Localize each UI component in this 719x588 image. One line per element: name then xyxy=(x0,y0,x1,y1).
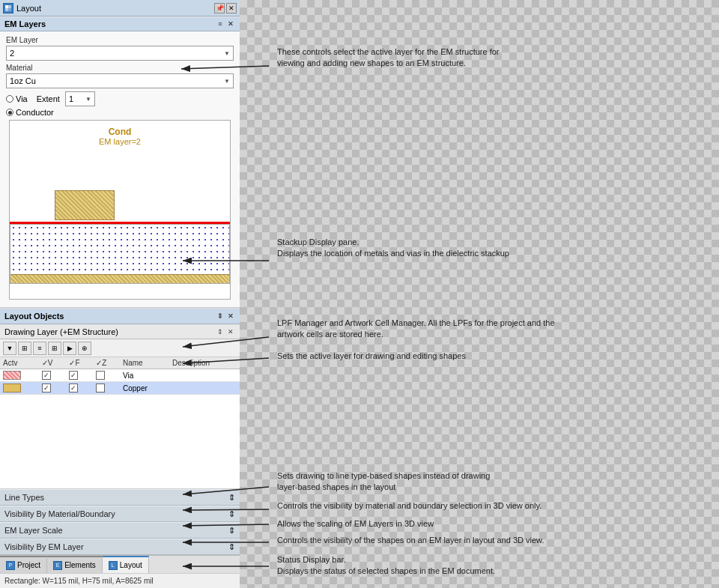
line-types-arrow: ⇕ xyxy=(228,493,235,503)
checkbox-f[interactable] xyxy=(69,384,78,392)
stackup-label: Cond xyxy=(10,121,230,137)
layout-objects-header: Layout Objects ⇕ ✕ xyxy=(0,308,240,324)
layer-swatch-via xyxy=(3,371,21,380)
table-row[interactable]: Via xyxy=(0,369,240,382)
tab-layout-label: Layout xyxy=(120,561,142,569)
drawing-layer-expand[interactable]: ⇕ xyxy=(216,327,225,336)
layout-tab-icon: L xyxy=(109,561,118,570)
left-panel: Layout 📌 ✕ EM Layers ≡ ✕ EM Layer 2 ▼ Ma… xyxy=(0,0,240,588)
col-name: Name xyxy=(120,357,169,369)
em-layers-close[interactable]: ✕ xyxy=(226,19,235,28)
title-bar: Layout 📌 ✕ xyxy=(0,0,240,16)
layer-name: Via xyxy=(120,369,169,382)
em-layers-title: EM Layers xyxy=(4,19,46,28)
material-label: Material xyxy=(6,64,234,72)
layout-objects-controls: ⇕ ✕ xyxy=(216,312,235,321)
em-layer-select[interactable]: 2 ▼ xyxy=(6,46,234,61)
checkbox-f[interactable] xyxy=(69,371,78,380)
pin-button[interactable]: 📌 xyxy=(214,3,225,13)
table-row[interactable]: Copper xyxy=(0,382,240,395)
radio-row: Via Extent 1 ▼ xyxy=(6,91,234,106)
status-bar: Rectangle: W=115 mil, H=75 mil, A=8625 m… xyxy=(0,573,240,588)
layer-description xyxy=(169,369,240,382)
merge-btn[interactable]: ⊞ xyxy=(48,342,61,355)
more-btn[interactable]: ⊕ xyxy=(78,342,91,355)
col-actv: Actv xyxy=(0,357,39,369)
em-layers-collapse[interactable]: ≡ xyxy=(216,19,225,28)
conductor-row: Conductor xyxy=(6,108,234,117)
layer-table-container: Actv ✓V ✓F ✓Z Name Description ViaCopper xyxy=(0,357,240,489)
conductor-radio-circle xyxy=(6,109,13,116)
line-types-label: Line Types xyxy=(4,493,44,502)
svg-rect-2 xyxy=(5,8,8,11)
extent-label: Extent xyxy=(37,94,60,103)
material-row: 1oz Cu ▼ xyxy=(6,73,234,88)
material-select[interactable]: 1oz Cu ▼ xyxy=(6,73,234,88)
visibility-em-layer-label: Visibility By EM Layer xyxy=(4,542,84,551)
drawing-layer-label: Drawing Layer (+EM Structure) xyxy=(4,327,118,336)
drawing-layer-bar: Drawing Layer (+EM Structure) ⇕ ✕ xyxy=(0,324,240,339)
col-z: ✓Z xyxy=(93,357,120,369)
checkbox-v[interactable] xyxy=(42,371,51,380)
background-pattern xyxy=(240,0,719,588)
material-arrow: ▼ xyxy=(224,78,230,85)
svg-rect-0 xyxy=(5,5,8,8)
right-btn[interactable]: ▶ xyxy=(63,342,76,355)
tab-project[interactable]: P Project xyxy=(0,556,47,573)
layout-objects-expand[interactable]: ⇕ xyxy=(216,312,225,321)
layer-swatch-copper xyxy=(3,384,21,392)
grid-btn[interactable]: ⊞ xyxy=(18,342,31,355)
title-bar-left: Layout xyxy=(3,3,41,13)
em-layer-label: EM Layer xyxy=(6,36,234,44)
title-text: Layout xyxy=(16,4,41,13)
metal-block xyxy=(55,190,115,220)
drawing-layer-close[interactable]: ✕ xyxy=(226,327,235,336)
layout-objects-title: Layout Objects xyxy=(4,312,64,321)
checkbox-v[interactable] xyxy=(42,384,51,392)
em-layer-arrow: ▼ xyxy=(224,50,230,57)
checkbox-z[interactable] xyxy=(96,384,105,392)
filter-btn[interactable]: ▼ xyxy=(3,342,16,355)
tab-layout[interactable]: L Layout xyxy=(103,556,149,573)
visibility-em-layer-arrow: ⇕ xyxy=(228,542,235,552)
via-radio[interactable]: Via xyxy=(6,94,28,103)
layers-btn[interactable]: ≡ xyxy=(33,342,46,355)
visibility-em-layer-item[interactable]: Visibility By EM Layer ⇕ xyxy=(0,539,240,555)
tab-elements-label: Elements xyxy=(64,561,96,569)
col-f: ✓F xyxy=(66,357,93,369)
layout-icon xyxy=(3,3,13,13)
elements-tab-icon: E xyxy=(53,561,62,570)
title-controls: 📌 ✕ xyxy=(214,3,237,13)
tab-elements[interactable]: E Elements xyxy=(47,556,103,573)
layer-table: Actv ✓V ✓F ✓Z Name Description ViaCopper xyxy=(0,357,240,395)
em-layer-row: 2 ▼ xyxy=(6,46,234,61)
col-v: ✓V xyxy=(39,357,67,369)
col-desc: Description xyxy=(169,357,240,369)
drawing-layer-controls: ⇕ ✕ xyxy=(216,327,235,336)
project-tab-icon: P xyxy=(6,561,15,570)
close-button[interactable]: ✕ xyxy=(226,3,237,13)
em-layers-section: EM Layer 2 ▼ Material 1oz Cu ▼ Via Exten… xyxy=(0,31,240,308)
line-types-item[interactable]: Line Types ⇕ xyxy=(0,489,240,506)
em-layer-scale-item[interactable]: EM Layer Scale ⇕ xyxy=(0,522,240,539)
status-text: Rectangle: W=115 mil, H=75 mil, A=8625 m… xyxy=(4,577,154,585)
via-label: Via xyxy=(16,94,28,103)
visibility-material-label: Visibility By Material/Boundary xyxy=(4,509,115,518)
conductor-radio[interactable]: Conductor xyxy=(6,108,54,117)
conductor-label: Conductor xyxy=(16,108,54,117)
layout-objects-close[interactable]: ✕ xyxy=(226,312,235,321)
extent-item: Extent 1 ▼ xyxy=(37,91,95,106)
em-layer-scale-arrow: ⇕ xyxy=(228,526,235,536)
stackup-display: Cond EM layer=2 xyxy=(9,120,231,300)
visibility-material-item[interactable]: Visibility By Material/Boundary ⇕ xyxy=(0,506,240,522)
tab-project-label: Project xyxy=(17,561,40,569)
layer-description xyxy=(169,382,240,395)
stackup-sublabel: EM layer=2 xyxy=(10,137,230,146)
stackup-visual xyxy=(10,183,230,299)
visibility-material-arrow: ⇕ xyxy=(228,509,235,519)
em-layer-scale-label: EM Layer Scale xyxy=(4,526,63,535)
extent-select[interactable]: 1 ▼ xyxy=(65,91,95,106)
yellow-stripe xyxy=(10,274,229,283)
layer-name: Copper xyxy=(120,382,169,395)
checkbox-z[interactable] xyxy=(96,371,105,380)
